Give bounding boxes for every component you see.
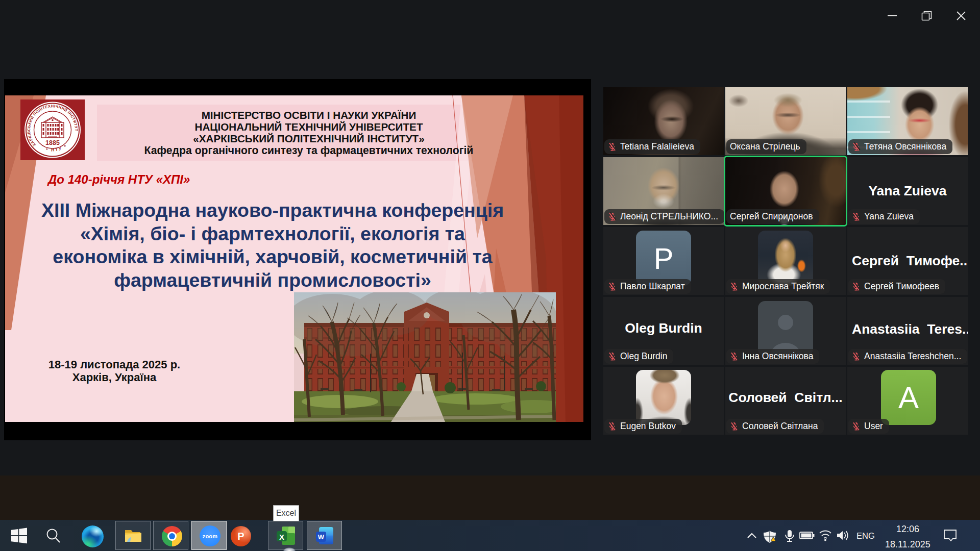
svg-text:18.11.2025: 18.11.2025	[885, 539, 930, 549]
svg-text:W: W	[318, 533, 325, 541]
svg-text:X: X	[279, 533, 284, 541]
svg-text:ENG: ENG	[856, 531, 875, 540]
svg-text:12:06: 12:06	[896, 524, 919, 534]
svg-text:1885: 1885	[45, 139, 60, 146]
